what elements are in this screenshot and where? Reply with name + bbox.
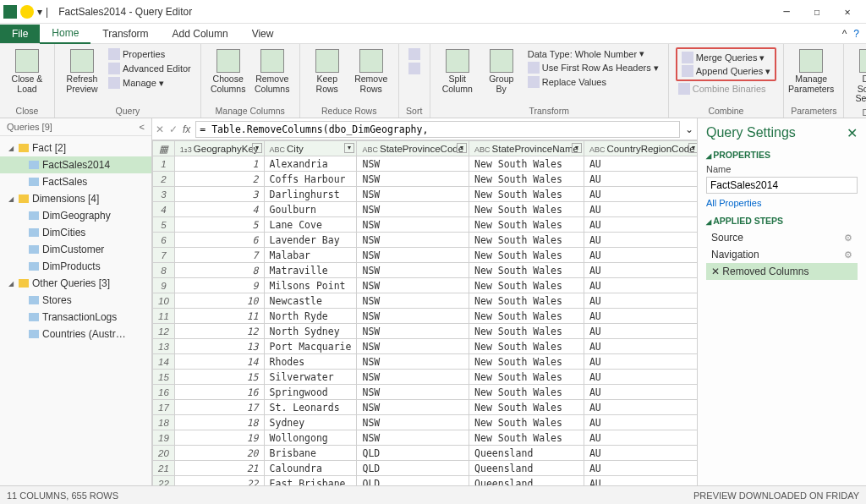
cell[interactable]: St. Leonards (264, 400, 357, 415)
cell[interactable]: AU (584, 156, 697, 172)
query-name-input[interactable] (706, 177, 858, 194)
row-number[interactable]: 16 (153, 385, 175, 400)
cell[interactable]: 5 (174, 217, 264, 233)
cell[interactable]: 3 (174, 187, 264, 202)
cell[interactable]: New South Wales (469, 293, 584, 309)
cell[interactable]: Queensland (469, 446, 584, 461)
cell[interactable]: 17 (174, 400, 264, 415)
cell[interactable]: NSW (357, 415, 469, 430)
cell[interactable]: NSW (357, 278, 469, 293)
query-node[interactable]: DimProducts (0, 258, 151, 275)
cell[interactable]: AU (584, 278, 697, 293)
row-number[interactable]: 2 (153, 172, 175, 187)
cell[interactable]: AU (584, 248, 697, 263)
query-node[interactable]: DimCities (0, 224, 151, 241)
cell[interactable]: Port Macquarie (264, 339, 357, 354)
tab-transform[interactable]: Transform (90, 25, 160, 43)
row-number[interactable]: 17 (153, 400, 175, 415)
split-column-button[interactable]: Split Column (437, 47, 478, 96)
cell[interactable]: New South Wales (469, 309, 584, 324)
close-button[interactable]: ✕ (832, 0, 863, 24)
append-queries-button[interactable]: Append Queries ▾ (679, 64, 774, 78)
settings-close-icon[interactable]: ✕ (847, 125, 858, 141)
formula-accept-icon[interactable]: ✓ (169, 123, 178, 135)
row-number[interactable]: 18 (153, 415, 175, 430)
cell[interactable]: AU (584, 233, 697, 248)
formula-input[interactable] (195, 121, 680, 138)
cell[interactable]: AU (584, 202, 697, 217)
replace-values-button[interactable]: Replace Values (525, 75, 661, 89)
group-by-button[interactable]: Group By (481, 47, 522, 96)
cell[interactable]: Brisbane (264, 446, 357, 461)
manage-button[interactable]: Manage ▾ (106, 76, 194, 90)
cell[interactable]: 4 (174, 202, 264, 217)
cell[interactable]: QLD (357, 446, 469, 461)
advanced-editor-button[interactable]: Advanced Editor (106, 62, 194, 75)
properties-button[interactable]: Properties (106, 47, 194, 61)
row-number[interactable]: 4 (153, 202, 175, 217)
row-number[interactable]: 13 (153, 339, 175, 354)
folder-node[interactable]: ◢ Fact [2] (0, 140, 151, 156)
query-node[interactable]: Stores (0, 292, 151, 309)
cell[interactable]: AU (584, 370, 697, 385)
cell[interactable]: NSW (357, 233, 469, 248)
cell[interactable]: 2 (174, 172, 264, 187)
cell[interactable]: New South Wales (469, 263, 584, 278)
cell[interactable]: New South Wales (469, 339, 584, 354)
fx-icon[interactable]: fx (183, 123, 190, 135)
cell[interactable]: Matraville (264, 263, 357, 278)
cell[interactable]: NSW (357, 385, 469, 400)
cell[interactable]: Queensland (469, 476, 584, 486)
cell[interactable]: New South Wales (469, 187, 584, 202)
gear-icon[interactable]: ⚙ (844, 233, 852, 244)
cell[interactable]: NSW (357, 156, 469, 172)
sort-asc-button[interactable] (406, 47, 423, 61)
cell[interactable]: 13 (174, 339, 264, 354)
cell[interactable]: New South Wales (469, 324, 584, 339)
cell[interactable]: New South Wales (469, 430, 584, 446)
cell[interactable]: East Brisbane (264, 476, 357, 486)
folder-node[interactable]: ◢ Dimensions [4] (0, 190, 151, 207)
row-number[interactable]: 7 (153, 248, 175, 263)
cell[interactable]: New South Wales (469, 233, 584, 248)
tab-view[interactable]: View (240, 25, 286, 43)
cell[interactable]: Lavender Bay (264, 233, 357, 248)
cell[interactable]: AU (584, 415, 697, 430)
refresh-preview-button[interactable]: Refresh Preview (62, 47, 102, 96)
query-node[interactable]: FactSales2014 (0, 156, 151, 173)
manage-parameters-button[interactable]: Manage Parameters (791, 47, 831, 96)
merge-queries-button[interactable]: Merge Queries ▾ (679, 51, 774, 64)
row-number[interactable]: 10 (153, 293, 175, 309)
cell[interactable]: North Ryde (264, 309, 357, 324)
cell[interactable]: New South Wales (469, 370, 584, 385)
cell[interactable]: NSW (357, 354, 469, 370)
cell[interactable]: QLD (357, 461, 469, 476)
corner-cell[interactable]: ▦ (153, 141, 175, 156)
cell[interactable]: AU (584, 309, 697, 324)
cell[interactable]: 8 (174, 263, 264, 278)
cell[interactable]: 7 (174, 248, 264, 263)
cell[interactable]: New South Wales (469, 248, 584, 263)
cell[interactable]: 10 (174, 293, 264, 309)
cell[interactable]: New South Wales (469, 354, 584, 370)
row-number[interactable]: 1 (153, 156, 175, 172)
row-number[interactable]: 14 (153, 354, 175, 370)
cell[interactable]: NSW (357, 309, 469, 324)
cell[interactable]: AU (584, 461, 697, 476)
cell[interactable]: NSW (357, 293, 469, 309)
cell[interactable]: Silverwater (264, 370, 357, 385)
cell[interactable]: 9 (174, 278, 264, 293)
cell[interactable]: AU (584, 339, 697, 354)
combine-binaries-button[interactable]: Combine Binaries (676, 82, 777, 96)
applied-step[interactable]: Source⚙ (706, 229, 858, 246)
query-node[interactable]: FactSales (0, 173, 151, 190)
cell[interactable]: AU (584, 446, 697, 461)
row-number[interactable]: 20 (153, 446, 175, 461)
queries-collapse-icon[interactable]: < (140, 122, 145, 132)
cell[interactable]: Lane Cove (264, 217, 357, 233)
cell[interactable]: Springwood (264, 385, 357, 400)
row-number[interactable]: 21 (153, 461, 175, 476)
cell[interactable]: New South Wales (469, 415, 584, 430)
row-number[interactable]: 19 (153, 430, 175, 446)
cell[interactable]: NSW (357, 248, 469, 263)
